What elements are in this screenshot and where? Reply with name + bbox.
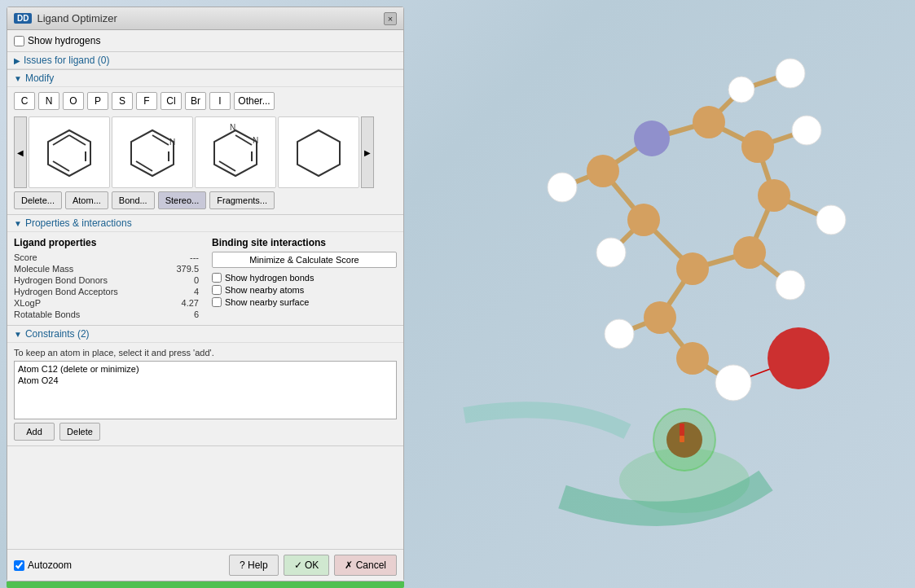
show-hbonds-row[interactable]: Show hydrogen bonds <box>212 273 397 283</box>
atom-btn-S[interactable]: S <box>112 92 133 110</box>
prop-hbd-label: Hydrogen Bond Donors <box>14 275 108 285</box>
bottom-bar: Autozoom ? Help ✓ OK ✗ Cancel <box>7 549 403 581</box>
ring-scroll-left[interactable]: ◀ <box>14 116 27 188</box>
show-hydrogens-checkbox[interactable] <box>14 36 24 46</box>
svg-marker-50 <box>131 130 174 176</box>
svg-point-24 <box>816 205 846 235</box>
ligand-props-column: Ligand properties Score --- Molecule Mas… <box>14 237 199 320</box>
svg-rect-43 <box>680 436 684 442</box>
ring-pyridine[interactable]: N <box>112 116 193 188</box>
modify-header[interactable]: ▼ Modify <box>7 70 403 87</box>
svg-point-32 <box>693 106 725 138</box>
ring-pyrimidine[interactable]: N N <box>195 116 276 188</box>
prop-score-value: --- <box>190 252 199 262</box>
show-nearby-atoms-row[interactable]: Show nearby atoms <box>212 285 397 295</box>
prop-mass-value: 379.5 <box>176 264 199 274</box>
svg-line-56 <box>235 135 252 145</box>
bond-button[interactable]: Bond... <box>112 191 155 209</box>
atom-btn-F[interactable]: F <box>136 92 157 110</box>
svg-marker-55 <box>214 130 257 176</box>
prop-mass-label: Molecule Mass <box>14 264 73 274</box>
help-button[interactable]: ? Help <box>229 555 279 576</box>
properties-header[interactable]: ▼ Properties & interactions <box>7 215 403 232</box>
svg-point-28 <box>596 238 626 267</box>
constraints-arrow: ▼ <box>14 330 22 339</box>
svg-text:N: N <box>169 138 175 147</box>
molecule-3d-view[interactable] <box>399 8 915 586</box>
ok-button[interactable]: ✓ OK <box>284 555 330 576</box>
svg-point-35 <box>733 236 766 269</box>
issues-title: Issues for ligand (0) <box>24 55 109 66</box>
issues-header[interactable]: ▶ Issues for ligand (0) <box>7 52 403 69</box>
ligand-optimizer-panel: DD Ligand Optimizer × Show hydrogens ▶ I… <box>7 7 404 581</box>
show-hbonds-label: Show hydrogen bonds <box>225 273 314 283</box>
constraints-header[interactable]: ▼ Constraints (2) <box>7 326 403 343</box>
atom-btn-I[interactable]: I <box>209 92 231 110</box>
svg-point-33 <box>741 130 774 163</box>
show-nearby-atoms-label: Show nearby atoms <box>225 285 304 295</box>
svg-point-27 <box>548 173 577 202</box>
svg-marker-45 <box>48 130 90 176</box>
constraints-section: ▼ Constraints (2) To keep an atom in pla… <box>7 326 403 446</box>
ring-cyclohexane[interactable] <box>278 116 359 188</box>
prop-rot-label: Rotatable Bonds <box>14 309 80 319</box>
delete-button[interactable]: Delete... <box>14 191 62 209</box>
prop-hbd-value: 0 <box>194 275 199 285</box>
svg-point-25 <box>776 270 805 300</box>
issues-section: ▶ Issues for ligand (0) <box>7 52 403 70</box>
cancel-button[interactable]: ✗ Cancel <box>334 555 397 576</box>
atom-btn-C[interactable]: C <box>14 92 35 110</box>
delete-constraint-button[interactable]: Delete <box>59 423 100 441</box>
atom-btn-O[interactable]: O <box>63 92 84 110</box>
prop-score-label: Score <box>14 252 37 262</box>
svg-line-58 <box>219 161 235 171</box>
add-constraint-button[interactable]: Add <box>14 423 55 441</box>
ring-scroll-right[interactable]: ▶ <box>361 116 374 188</box>
binding-site-title: Binding site interactions <box>212 237 397 248</box>
prop-hba: Hydrogen Bond Acceptors 4 <box>14 286 199 297</box>
atom-btn-Cl[interactable]: Cl <box>161 92 182 110</box>
svg-point-21 <box>634 121 670 156</box>
atom-buttons-row: C N O P S F Cl Br I Other... <box>14 92 397 110</box>
properties-section: ▼ Properties & interactions Ligand prope… <box>7 215 403 326</box>
close-button[interactable]: × <box>384 12 397 25</box>
svg-rect-42 <box>680 423 684 436</box>
stereo-button[interactable]: Stereo... <box>158 191 207 209</box>
autozoom-row[interactable]: Autozoom <box>14 559 72 571</box>
show-nearby-surface-checkbox[interactable] <box>212 297 222 307</box>
constraints-content: To keep an atom in place, select it and … <box>7 343 403 445</box>
fragments-button[interactable]: Fragments... <box>209 191 275 209</box>
svg-line-51 <box>152 135 169 145</box>
minimize-calculate-button[interactable]: Minimize & Calculate Score <box>212 252 397 268</box>
ring-benzene[interactable] <box>29 116 110 188</box>
prop-rot: Rotatable Bonds 6 <box>14 309 199 320</box>
svg-text:N: N <box>230 124 235 132</box>
svg-point-22 <box>776 59 805 88</box>
svg-point-39 <box>627 204 660 236</box>
atom-btn-N[interactable]: N <box>38 92 59 110</box>
properties-content: Ligand properties Score --- Molecule Mas… <box>7 232 403 325</box>
svg-line-53 <box>136 161 152 171</box>
atom-btn-other[interactable]: Other... <box>234 92 275 110</box>
svg-point-34 <box>758 179 790 212</box>
constraints-list: Atom C12 (delete or minimize) Atom O24 <box>14 361 397 419</box>
show-nearby-atoms-checkbox[interactable] <box>212 285 222 295</box>
prop-xlogp-label: XLogP <box>14 298 41 308</box>
atom-btn-P[interactable]: P <box>87 92 108 110</box>
modify-content: C N O P S F Cl Br I Other... ◀ <box>7 87 403 214</box>
autozoom-checkbox[interactable] <box>14 560 24 571</box>
prop-hbd: Hydrogen Bond Donors 0 <box>14 274 199 286</box>
show-nearby-surface-row[interactable]: Show nearby surface <box>212 297 397 307</box>
atom-button[interactable]: Atom... <box>65 191 108 209</box>
svg-point-44 <box>768 327 829 389</box>
svg-point-36 <box>676 252 709 285</box>
modify-section: ▼ Modify C N O P S F Cl Br I Other... <box>7 70 403 215</box>
svg-line-46 <box>69 135 86 145</box>
show-hbonds-checkbox[interactable] <box>212 273 222 283</box>
svg-line-48 <box>53 161 69 171</box>
constraints-title: Constraints (2) <box>25 328 90 340</box>
show-nearby-surface-label: Show nearby surface <box>225 297 309 307</box>
show-hydrogens-row[interactable]: Show hydrogens <box>14 35 397 46</box>
atom-btn-Br[interactable]: Br <box>185 92 206 110</box>
svg-point-31 <box>587 155 619 187</box>
